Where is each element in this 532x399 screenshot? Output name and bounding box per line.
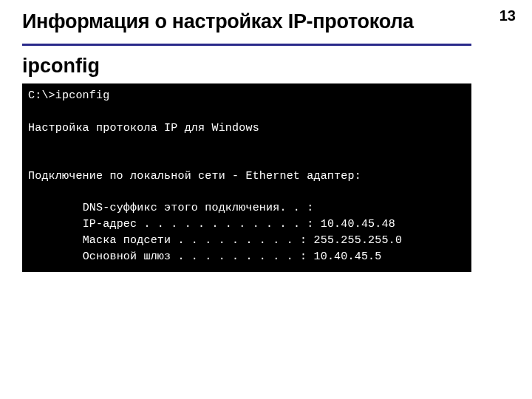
command-name: ipconfig [0,53,532,83]
terminal-window: C:\>ipconfig Настройка протокола IP для … [22,83,471,272]
terminal-adapter: Подключение по локальной сети - Ethernet… [28,170,361,183]
terminal-row-value: 10.40.45.5 [313,250,381,263]
terminal-row-value: 255.255.255.0 [313,234,402,247]
title-underline [22,44,471,46]
terminal-row-label: IP-адрес [83,218,137,231]
terminal-row-label: DNS-суффикс этого подключения [83,202,280,214]
terminal-row-dots: . . : [279,202,313,214]
terminal-row-label: Маска подсети [83,234,171,247]
page-number: 13 [499,7,516,24]
terminal-prompt: C:\>ipconfig [28,89,109,102]
terminal-row-dots: . . . . . . . . . : [177,250,307,263]
page-title: Информация о настройках IP-протокола [22,10,451,39]
terminal-heading: Настройка протокола IP для Windows [28,122,259,134]
terminal-row-value: 10.40.45.48 [321,218,395,231]
terminal-row-dots: . . . . . . . . . . . . : [143,218,313,231]
header: Информация о настройках IP-протокола [0,0,473,44]
terminal-row-label: Основной шлюз [83,250,171,263]
terminal-row-dots: . . . . . . . . . : [177,234,307,247]
